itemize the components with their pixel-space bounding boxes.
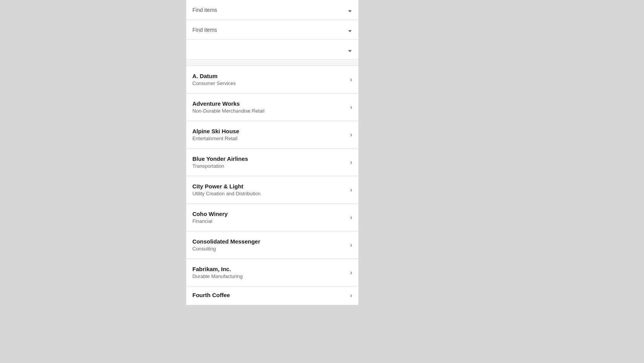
find-items-label-2: Find items bbox=[192, 27, 217, 33]
list-item-alpine-ski-house-title: Alpine Ski House bbox=[192, 128, 347, 134]
chevron-right-icon-5: › bbox=[350, 214, 352, 221]
list-item-city-power-light-title: City Power & Light bbox=[192, 183, 347, 190]
list-item-blue-yonder-airlines[interactable]: Blue Yonder Airlines Transportation › bbox=[186, 149, 358, 176]
find-items-dropdown-2[interactable]: Find items ⌄ bbox=[186, 20, 358, 40]
list-item-fourth-coffee[interactable]: Fourth Coffee › bbox=[186, 286, 358, 305]
chevron-right-icon-2: › bbox=[350, 131, 352, 138]
list-item-city-power-light-content: City Power & Light Utility Creation and … bbox=[192, 183, 347, 196]
list-item-a-datum-subtitle: Consumer Services bbox=[192, 80, 347, 86]
list-item-fabrikam-title: Fabrikam, Inc. bbox=[192, 266, 347, 272]
chevron-down-icon-2: ⌄ bbox=[347, 26, 352, 33]
list-item-adventure-works-content: Adventure Works Non-Durable Merchandise … bbox=[192, 100, 347, 114]
list-item-fourth-coffee-content: Fourth Coffee bbox=[192, 292, 347, 299]
list-item-blue-yonder-airlines-title: Blue Yonder Airlines bbox=[192, 155, 347, 162]
list-item-fourth-coffee-title: Fourth Coffee bbox=[192, 292, 347, 298]
list-item-alpine-ski-house-subtitle: Entertainment Retail bbox=[192, 136, 347, 141]
list-item-city-power-light[interactable]: City Power & Light Utility Creation and … bbox=[186, 176, 358, 204]
list-item-a-datum-title: A. Datum bbox=[192, 73, 347, 79]
chevron-right-icon-3: › bbox=[350, 159, 352, 166]
chevron-down-icon-1: ⌄ bbox=[347, 6, 352, 13]
list-item-blue-yonder-airlines-subtitle: Transportation bbox=[192, 163, 347, 169]
list-item-a-datum[interactable]: A. Datum Consumer Services › bbox=[186, 66, 358, 93]
list-item-coho-winery-subtitle: Financial bbox=[192, 218, 347, 224]
list-item-fabrikam-subtitle: Durable Manufacturing bbox=[192, 273, 347, 279]
list-item-consolidated-messenger[interactable]: Consolidated Messenger Consulting › bbox=[186, 231, 358, 259]
list-item-alpine-ski-house-content: Alpine Ski House Entertainment Retail bbox=[192, 128, 347, 141]
list-item-adventure-works[interactable]: Adventure Works Non-Durable Merchandise … bbox=[186, 93, 358, 121]
empty-dropdown-3[interactable]: ⌄ bbox=[186, 40, 358, 60]
chevron-down-icon-3: ⌄ bbox=[347, 46, 352, 53]
list-item-alpine-ski-house[interactable]: Alpine Ski House Entertainment Retail › bbox=[186, 121, 358, 149]
list-item-consolidated-messenger-content: Consolidated Messenger Consulting bbox=[192, 238, 347, 252]
list-item-blue-yonder-airlines-content: Blue Yonder Airlines Transportation bbox=[192, 155, 347, 169]
chevron-right-icon-0: › bbox=[350, 76, 352, 83]
list-item-fabrikam-content: Fabrikam, Inc. Durable Manufacturing bbox=[192, 266, 347, 279]
find-items-dropdown-1[interactable]: Find items ⌄ bbox=[186, 0, 358, 20]
chevron-right-icon-6: › bbox=[350, 242, 352, 249]
list-item-coho-winery[interactable]: Coho Winery Financial › bbox=[186, 204, 358, 231]
list-item-consolidated-messenger-subtitle: Consulting bbox=[192, 246, 347, 252]
list-item-coho-winery-content: Coho Winery Financial bbox=[192, 211, 347, 224]
list-item-adventure-works-subtitle: Non-Durable Merchandise Retail bbox=[192, 108, 347, 114]
list-item-consolidated-messenger-title: Consolidated Messenger bbox=[192, 238, 347, 245]
chevron-right-icon-4: › bbox=[350, 186, 352, 193]
list-item-city-power-light-subtitle: Utility Creation and Distribution bbox=[192, 191, 347, 196]
list-item-adventure-works-title: Adventure Works bbox=[192, 100, 347, 107]
chevron-right-icon-7: › bbox=[350, 269, 352, 276]
list-item-fabrikam[interactable]: Fabrikam, Inc. Durable Manufacturing › bbox=[186, 259, 358, 286]
chevron-right-icon-8: › bbox=[350, 292, 352, 299]
list-item-coho-winery-title: Coho Winery bbox=[192, 211, 347, 217]
list-spacer bbox=[186, 60, 358, 66]
list-item-a-datum-content: A. Datum Consumer Services bbox=[192, 73, 347, 86]
main-panel: Find items ⌄ Find items ⌄ ⌄ A. Datum Con… bbox=[186, 0, 358, 305]
find-items-label-1: Find items bbox=[192, 7, 217, 13]
chevron-right-icon-1: › bbox=[350, 104, 352, 111]
